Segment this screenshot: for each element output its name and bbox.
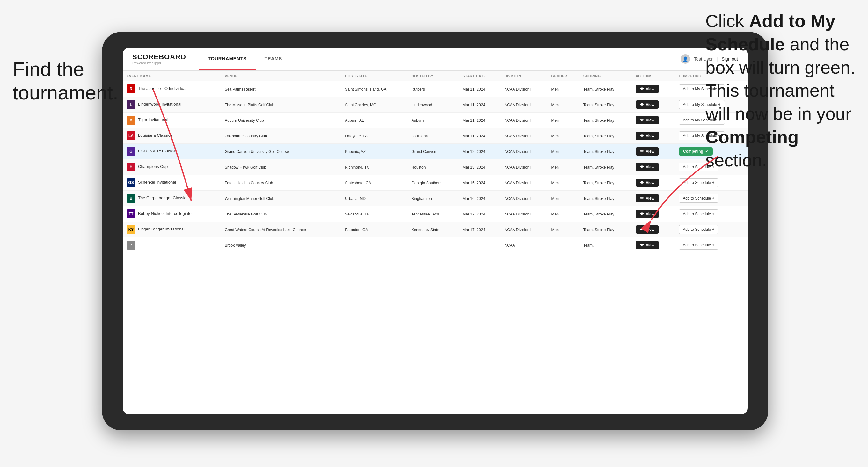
- col-hosted-by: HOSTED BY: [408, 71, 459, 81]
- city-state: Lafayette, LA: [345, 134, 368, 138]
- venue: Grand Canyon University Golf Course: [225, 150, 289, 154]
- city-state: Richmond, TX: [345, 165, 369, 169]
- eye-icon: 👁: [640, 87, 644, 91]
- division: NCAA Division I: [505, 103, 532, 107]
- venue: Forest Heights Country Club: [225, 181, 273, 185]
- eye-icon: 👁: [640, 133, 644, 138]
- city-state: Auburn, AL: [345, 118, 364, 123]
- eye-icon: 👁: [640, 102, 644, 107]
- table-container: EVENT NAME VENUE CITY, STATE HOSTED BY S…: [123, 71, 747, 414]
- start-date: Mar 11, 2024: [463, 87, 485, 92]
- venue: Great Waters Course At Reynolds Lake Oco…: [225, 227, 306, 232]
- view-button[interactable]: 👁View: [636, 85, 659, 93]
- division: NCAA Division I: [505, 181, 532, 185]
- city-state: Statesboro, GA: [345, 181, 371, 185]
- hosted-by: Kennesaw State: [411, 227, 439, 232]
- hosted-by: Grand Canyon: [411, 150, 436, 154]
- view-button[interactable]: 👁View: [636, 132, 659, 140]
- gender: Men: [552, 103, 559, 107]
- col-actions: ACTIONS: [632, 71, 675, 81]
- logo-area: SCOREBOARD Powered by clippd: [132, 53, 186, 65]
- venue: The Missouri Bluffs Golf Club: [225, 103, 274, 107]
- division: NCAA Division I: [505, 165, 532, 169]
- col-division: DIVISION: [501, 71, 548, 81]
- division: NCAA Division I: [505, 134, 532, 138]
- plus-icon: +: [712, 243, 714, 247]
- scoring: Team, Stroke Play: [583, 118, 614, 123]
- view-button[interactable]: 👁View: [636, 116, 659, 124]
- table-row: LALouisiana ClassicsOakbourne Country Cl…: [123, 128, 747, 144]
- view-button[interactable]: 👁View: [636, 100, 659, 109]
- team-logo: KS: [127, 225, 135, 234]
- scoring: Team, Stroke Play: [583, 103, 614, 107]
- gender: Men: [552, 196, 559, 201]
- scoring: Team,: [583, 243, 594, 248]
- city-state: Saint Charles, MO: [345, 103, 376, 107]
- city-state: Phoenix, AZ: [345, 150, 366, 154]
- gender: Men: [552, 181, 559, 185]
- col-city-state: CITY, STATE: [341, 71, 407, 81]
- arrow-left: [64, 80, 207, 217]
- scoring: Team, Stroke Play: [583, 227, 614, 232]
- eye-icon: 👁: [640, 118, 644, 122]
- hosted-by: Louisiana: [411, 134, 428, 138]
- view-button[interactable]: 👁View: [636, 241, 659, 249]
- logo-sub: Powered by clippd: [132, 61, 186, 65]
- gender: Men: [552, 227, 559, 232]
- hosted-by: Rutgers: [411, 87, 425, 92]
- scoring: Team, Stroke Play: [583, 165, 614, 169]
- city-state: Eatonton, GA: [345, 227, 368, 232]
- gender: Men: [552, 212, 559, 216]
- col-venue: VENUE: [221, 71, 341, 81]
- venue: Worthington Manor Golf Club: [225, 196, 274, 201]
- start-date: Mar 12, 2024: [463, 150, 485, 154]
- hosted-by: Lindenwood: [411, 103, 432, 107]
- division: NCAA Division I: [505, 196, 532, 201]
- city-state: Urbana, MD: [345, 196, 366, 201]
- nav-tabs: TOURNAMENTS TEAMS: [199, 48, 291, 70]
- user-icon: 👤: [681, 54, 690, 64]
- scoring: Team, Stroke Play: [583, 196, 614, 201]
- start-date: Mar 16, 2024: [463, 196, 485, 201]
- arrow-right: [642, 147, 731, 236]
- gender: Men: [552, 165, 559, 169]
- scoring: Team, Stroke Play: [583, 134, 614, 138]
- hosted-by: Tennessee Tech: [411, 212, 439, 216]
- add-schedule-label: Add to Schedule: [683, 243, 711, 247]
- gender: Men: [552, 150, 559, 154]
- scoring: Team, Stroke Play: [583, 87, 614, 92]
- venue: Brook Valley: [225, 243, 246, 248]
- table-row: LLindenwood InvitationalThe Missouri Blu…: [123, 97, 747, 113]
- scoring: Team, Stroke Play: [583, 212, 614, 216]
- table-row: ?Brook ValleyNCAATeam,👁ViewAdd to Schedu…: [123, 238, 747, 253]
- event-name: Linger Longer Invitational: [138, 227, 185, 231]
- venue: Shadow Hawk Golf Club: [225, 165, 266, 169]
- scoring: Team, Stroke Play: [583, 150, 614, 154]
- start-date: Mar 17, 2024: [463, 227, 485, 232]
- col-scoring: SCORING: [580, 71, 632, 81]
- add-to-schedule-button[interactable]: Add to Schedule +: [679, 241, 718, 250]
- division: NCAA: [505, 243, 515, 248]
- start-date: Mar 11, 2024: [463, 134, 485, 138]
- tab-teams[interactable]: TEAMS: [256, 48, 291, 70]
- division: NCAA Division I: [505, 227, 532, 232]
- city-state: Saint Simons Island, GA: [345, 87, 386, 92]
- nav-bar: SCOREBOARD Powered by clippd TOURNAMENTS…: [123, 48, 747, 71]
- division: NCAA Division I: [505, 212, 532, 216]
- hosted-by: Binghamton: [411, 196, 432, 201]
- eye-icon: 👁: [640, 243, 644, 247]
- hosted-by: Georgia Southern: [411, 181, 442, 185]
- gender: Men: [552, 118, 559, 123]
- start-date: Mar 11, 2024: [463, 118, 485, 123]
- venue: The Sevierville Golf Club: [225, 212, 267, 216]
- tab-tournaments[interactable]: TOURNAMENTS: [199, 48, 256, 70]
- col-start-date: START DATE: [459, 71, 500, 81]
- division: NCAA Division I: [505, 150, 532, 154]
- gender: Men: [552, 87, 559, 92]
- start-date: Mar 17, 2024: [463, 212, 485, 216]
- venue: Oakbourne Country Club: [225, 134, 267, 138]
- table-row: RThe Johnnie - O IndividualSea Palms Res…: [123, 81, 747, 97]
- scoring: Team, Stroke Play: [583, 181, 614, 185]
- division: NCAA Division I: [505, 87, 532, 92]
- hosted-by: Houston: [411, 165, 426, 169]
